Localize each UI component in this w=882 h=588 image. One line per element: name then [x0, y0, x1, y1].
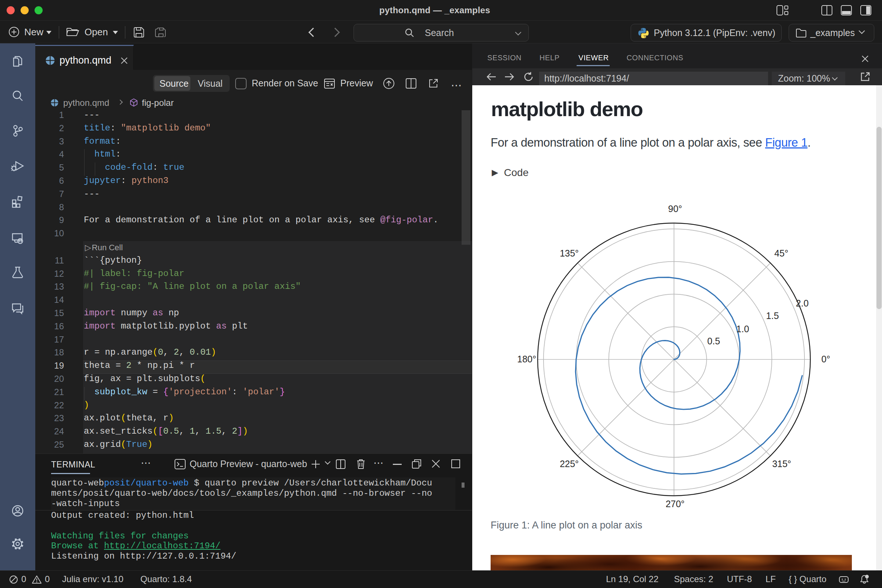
svg-text:90°: 90°	[668, 204, 682, 214]
svg-text:225°: 225°	[560, 459, 579, 469]
svg-text:180°: 180°	[517, 354, 536, 364]
svg-text:270°: 270°	[666, 499, 685, 509]
svg-text:45°: 45°	[774, 248, 788, 258]
svg-text:1.5: 1.5	[766, 310, 779, 321]
svg-text:0.5: 0.5	[707, 336, 720, 346]
svg-text:135°: 135°	[560, 248, 579, 258]
svg-text:1.0: 1.0	[736, 324, 749, 334]
svg-text:0°: 0°	[821, 354, 830, 364]
svg-text:315°: 315°	[772, 459, 791, 469]
svg-text:2.0: 2.0	[796, 298, 809, 308]
